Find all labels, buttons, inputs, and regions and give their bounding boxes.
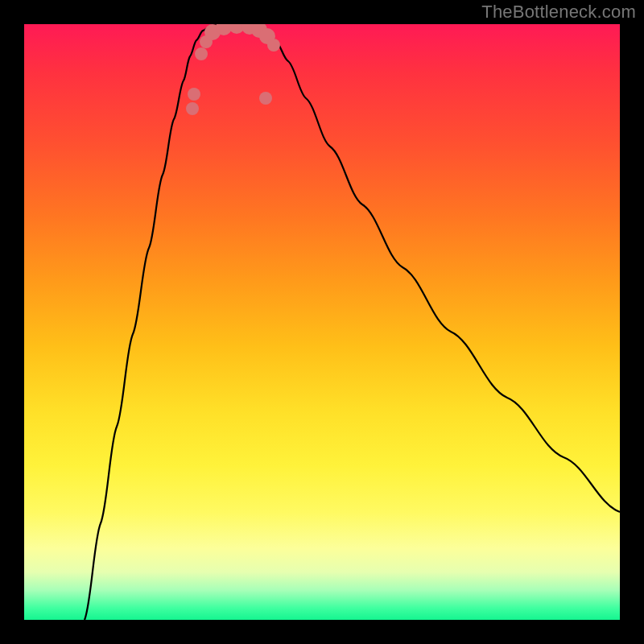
chart-frame: TheBottleneck.com xyxy=(0,0,644,644)
marker-dot xyxy=(267,39,280,52)
plot-area xyxy=(24,24,620,620)
marker-dot xyxy=(259,92,272,105)
plot-svg xyxy=(24,24,620,620)
marker-dot xyxy=(186,102,199,115)
right-curve xyxy=(256,24,620,512)
watermark-text: TheBottleneck.com xyxy=(481,2,636,23)
left-curve xyxy=(85,24,224,620)
pink-dot-markers xyxy=(186,24,280,115)
marker-dot xyxy=(195,47,208,60)
marker-dot xyxy=(188,88,200,101)
